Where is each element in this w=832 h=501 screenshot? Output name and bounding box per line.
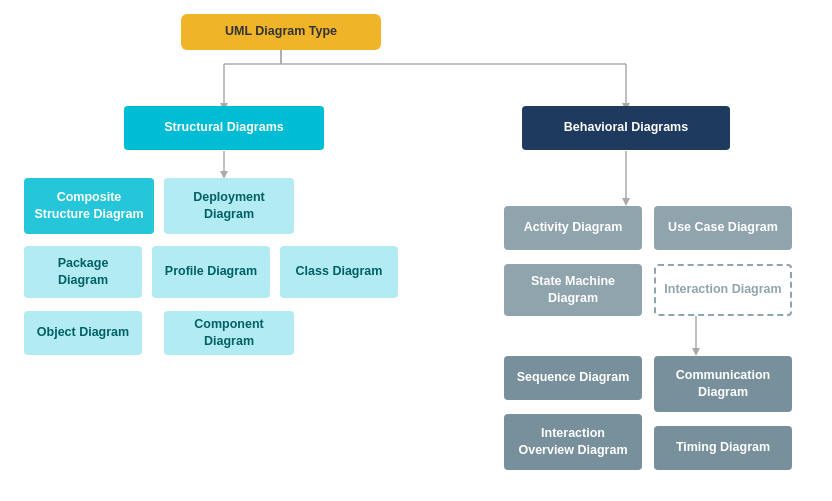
svg-marker-11: [622, 198, 630, 206]
composite-node: Composite Structure Diagram: [24, 178, 154, 234]
activity-node: Activity Diagram: [504, 206, 642, 250]
profile-node: Profile Diagram: [152, 246, 270, 298]
diagram-container: UML Diagram Type Structural Diagrams Beh…: [6, 6, 826, 496]
interactionoverview-node: Interaction Overview Diagram: [504, 414, 642, 470]
interaction-node: Interaction Diagram: [654, 264, 792, 316]
class-node: Class Diagram: [280, 246, 398, 298]
component-node: Component Diagram: [164, 311, 294, 355]
package-node: Package Diagram: [24, 246, 142, 298]
root-node: UML Diagram Type: [181, 14, 381, 50]
svg-marker-13: [692, 348, 700, 356]
statemachine-node: State Machine Diagram: [504, 264, 642, 316]
behavioral-node: Behavioral Diagrams: [522, 106, 730, 150]
communication-node: Communication Diagram: [654, 356, 792, 412]
usecase-node: Use Case Diagram: [654, 206, 792, 250]
deployment-node: Deployment Diagram: [164, 178, 294, 234]
structural-node: Structural Diagrams: [124, 106, 324, 150]
object-node: Object Diagram: [24, 311, 142, 355]
sequence-node: Sequence Diagram: [504, 356, 642, 400]
timing-node: Timing Diagram: [654, 426, 792, 470]
